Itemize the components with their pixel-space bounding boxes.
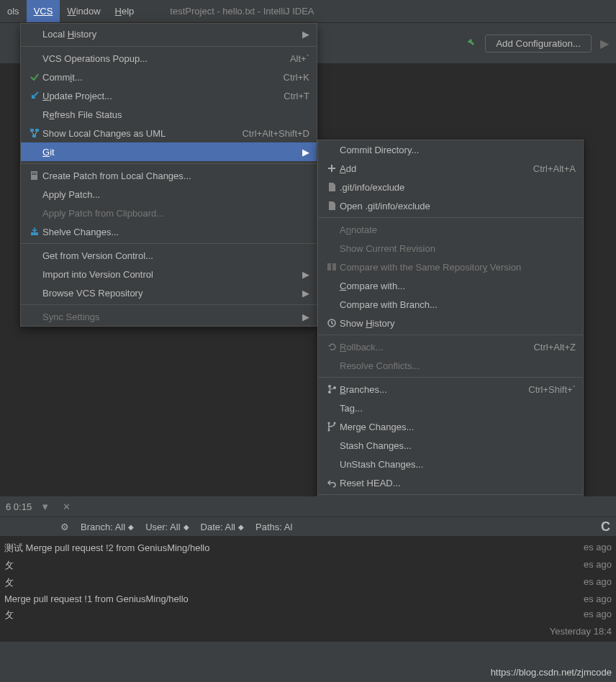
watermark: https://blog.csdn.net/zjmcode — [491, 667, 612, 678]
close-icon[interactable]: ✕ — [63, 501, 71, 512]
add-configuration-button[interactable]: Add Configuration... — [485, 35, 592, 53]
menu-browse-vcs[interactable]: Browse VCS Repository ▶ — [21, 283, 317, 302]
filter-user[interactable]: User: All◆ — [145, 522, 189, 532]
merge-icon — [324, 422, 340, 432]
menu-resolve-conflicts: Resolve Conflicts... — [318, 356, 583, 375]
menu-tag[interactable]: Tag... — [318, 399, 583, 417]
check-icon — [27, 72, 42, 82]
svg-point-10 — [328, 385, 331, 388]
log-rows: 测试 Merge pull request !2 from GeniusMing… — [0, 537, 616, 642]
menubar: ols VCS Window Help testProject - hello.… — [0, 0, 616, 23]
separator — [318, 217, 583, 218]
menu-create-patch[interactable]: Create Patch from Local Changes... — [21, 166, 317, 185]
uml-icon — [27, 128, 42, 138]
log-row[interactable]: Yesterday 18:4 — [0, 624, 616, 639]
run-icon[interactable]: ▶ — [600, 37, 609, 50]
menu-update-project[interactable]: Update Project... Ctrl+T — [21, 86, 317, 105]
menu-git-exclude[interactable]: .git/info/exclude — [318, 178, 583, 196]
menu-show-history[interactable]: Show History — [318, 314, 583, 332]
menu-import-vc[interactable]: Import into Version Control ▶ — [21, 265, 317, 283]
menu-help[interactable]: Help — [108, 0, 142, 22]
file-icon — [324, 201, 340, 211]
filter-date[interactable]: Date: All◆ — [201, 522, 244, 532]
separator — [21, 304, 317, 305]
vcs-log-panel: 6 0:15 ▼ ✕ ⚙ Branch: All◆ User: All◆ Dat… — [0, 496, 616, 682]
menu-add[interactable]: Add Ctrl+Alt+A — [318, 159, 583, 178]
menu-branches[interactable]: Branches... Ctrl+Shift+` — [318, 380, 583, 399]
menu-merge[interactable]: Merge Changes... — [318, 417, 583, 436]
log-filter-bar: ⚙ Branch: All◆ User: All◆ Date: All◆ Pat… — [0, 517, 616, 537]
svg-point-14 — [334, 422, 336, 424]
log-row[interactable]: 测试 Merge pull request !2 from GeniusMing… — [0, 540, 616, 557]
menu-stash[interactable]: Stash Changes... — [318, 436, 583, 455]
menu-shelve-changes[interactable]: Shelve Changes... — [21, 222, 317, 241]
refresh-icon[interactable]: C — [601, 519, 610, 535]
chevron-right-icon: ▶ — [301, 312, 309, 322]
svg-rect-3 — [31, 171, 37, 180]
menu-local-history[interactable]: Local History ▶ — [21, 24, 317, 44]
svg-rect-5 — [32, 174, 37, 175]
menu-vcs[interactable]: VCS — [27, 0, 60, 22]
separator — [21, 46, 317, 47]
svg-rect-6 — [31, 232, 38, 235]
history-icon — [324, 318, 340, 328]
shelve-icon — [27, 227, 42, 237]
menu-compare-branch[interactable]: Compare with Branch... — [318, 295, 583, 314]
filter-paths[interactable]: Paths: Al — [255, 522, 292, 532]
svg-point-11 — [328, 391, 331, 394]
menu-compare-same: Compare with the Same Repository Version — [318, 258, 583, 276]
menu-annotate: Annotate — [318, 220, 583, 239]
separator — [318, 335, 583, 335]
branch-icon — [324, 384, 340, 394]
menu-sync-settings: Sync Settings ▶ — [21, 307, 317, 326]
svg-rect-1 — [35, 129, 39, 132]
menu-open-exclude[interactable]: Open .git/info/exclude — [318, 196, 583, 215]
log-row[interactable]: 攵es ago — [0, 557, 616, 574]
chevron-right-icon: ▶ — [301, 147, 309, 158]
vcs-menu-popup: Local History ▶ VCS Operations Popup... … — [20, 23, 317, 327]
menu-rollback: Rollback... Ctrl+Alt+Z — [318, 337, 583, 356]
menu-apply-patch-clipboard: Apply Patch from Clipboard... — [21, 204, 317, 222]
menu-compare-with[interactable]: Compare with... — [318, 276, 583, 295]
filter-branch[interactable]: Branch: All◆ — [81, 522, 134, 532]
file-icon — [324, 182, 340, 192]
svg-rect-7 — [327, 263, 331, 270]
diff-icon — [324, 262, 340, 272]
chevron-down-icon[interactable]: ▼ — [40, 501, 50, 512]
chevron-right-icon: ▶ — [301, 269, 309, 280]
hammer-icon[interactable] — [465, 37, 476, 49]
log-row[interactable]: 攵es ago — [0, 574, 616, 591]
chevron-right-icon: ▶ — [301, 288, 309, 299]
menu-refresh-status[interactable]: Refresh File Status — [21, 105, 317, 124]
menu-apply-patch[interactable]: Apply Patch... — [21, 185, 317, 204]
menu-commit[interactable]: Commit... Ctrl+K — [21, 68, 317, 86]
plus-icon — [324, 164, 340, 173]
window-title: testProject - hello.txt - IntelliJ IDEA — [170, 6, 314, 17]
menu-git[interactable]: Git ▶ — [21, 142, 317, 161]
menu-unstash[interactable]: UnStash Changes... — [318, 455, 583, 473]
menu-reset-head[interactable]: Reset HEAD... — [318, 473, 583, 492]
log-row[interactable]: Merge pull request !1 from GeniusMing/he… — [0, 591, 616, 606]
svg-point-15 — [328, 429, 330, 432]
separator — [318, 377, 583, 378]
undo-icon — [324, 478, 340, 488]
update-icon — [27, 91, 42, 101]
svg-rect-0 — [30, 129, 34, 132]
log-status: 6 0:15 — [6, 501, 32, 512]
gear-icon[interactable]: ⚙ — [60, 522, 69, 532]
svg-point-13 — [328, 422, 330, 424]
log-header: 6 0:15 ▼ ✕ — [0, 496, 616, 517]
separator — [21, 163, 317, 164]
menu-tools[interactable]: ols — [0, 0, 27, 22]
rollback-icon — [324, 342, 340, 352]
menu-show-uml[interactable]: Show Local Changes as UML Ctrl+Alt+Shift… — [21, 124, 317, 142]
log-row[interactable]: 攵es ago — [0, 606, 616, 624]
menu-vcs-operations[interactable]: VCS Operations Popup... Alt+` — [21, 49, 317, 68]
chevron-right-icon: ▶ — [301, 29, 309, 40]
patch-icon — [27, 170, 42, 181]
menu-window[interactable]: Window — [60, 0, 107, 22]
menu-commit-directory[interactable]: Commit Directory... — [318, 140, 583, 159]
menu-get-from-vc[interactable]: Get from Version Control... — [21, 246, 317, 265]
menu-show-revision: Show Current Revision — [318, 239, 583, 258]
svg-rect-4 — [32, 173, 37, 173]
